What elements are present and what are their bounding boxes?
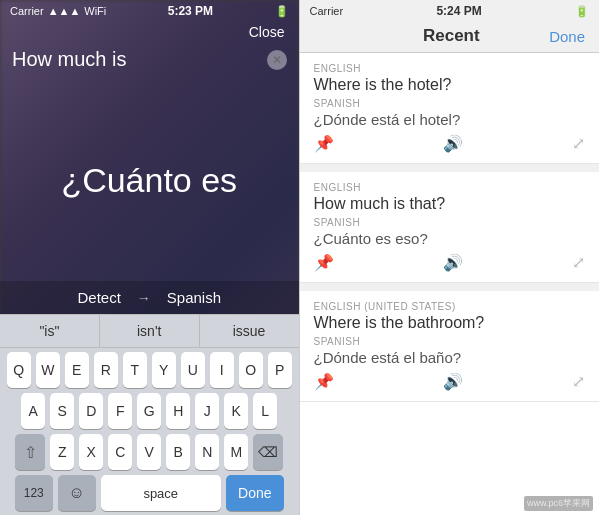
key-k[interactable]: K bbox=[224, 393, 248, 429]
key-o[interactable]: O bbox=[239, 352, 263, 388]
kb-row-4: 123 ☺ space Done bbox=[2, 475, 297, 511]
time-label-right: 5:24 PM bbox=[436, 4, 481, 18]
source-lang-label: ENGLISH bbox=[314, 182, 586, 193]
key-e[interactable]: E bbox=[65, 352, 89, 388]
source-text: Where is the bathroom? bbox=[314, 314, 586, 332]
audio-icon[interactable]: 🔊 bbox=[443, 134, 463, 153]
key-w[interactable]: W bbox=[36, 352, 60, 388]
source-language-button[interactable]: Detect bbox=[77, 289, 120, 306]
battery-icon: 🔋 bbox=[275, 5, 289, 18]
source-text: Where is the hotel? bbox=[314, 76, 586, 94]
kb-row-1: Q W E R T Y U I O P bbox=[2, 352, 297, 388]
signal-icon: ▲▲▲ bbox=[48, 5, 81, 17]
target-language-button[interactable]: Spanish bbox=[167, 289, 221, 306]
source-text: How much is that? bbox=[314, 195, 586, 213]
key-m[interactable]: M bbox=[224, 434, 248, 470]
clear-button[interactable]: ✕ bbox=[267, 50, 287, 70]
suggestion-label: isn't bbox=[137, 323, 161, 339]
time-label-left: 5:23 PM bbox=[168, 4, 213, 18]
section-divider bbox=[300, 283, 600, 291]
wifi-icon: WiFi bbox=[84, 5, 106, 17]
carrier-label-right: Carrier bbox=[310, 5, 344, 17]
watermark: www.pc6苹果网 bbox=[524, 496, 593, 511]
language-arrow: → bbox=[137, 290, 151, 306]
suggestion-is[interactable]: "is" bbox=[0, 315, 100, 347]
expand-icon[interactable]: ⤢ bbox=[572, 372, 585, 391]
input-area: How much is ✕ bbox=[0, 40, 299, 79]
key-y[interactable]: Y bbox=[152, 352, 176, 388]
key-v[interactable]: V bbox=[137, 434, 161, 470]
status-bar-right: Carrier 5:24 PM 🔋 bbox=[300, 0, 600, 20]
expand-icon[interactable]: ⤢ bbox=[572, 253, 585, 272]
key-x[interactable]: X bbox=[79, 434, 103, 470]
section-divider bbox=[300, 164, 600, 172]
suggestion-isnt[interactable]: isn't bbox=[100, 315, 200, 347]
translation-display: ¿Cuánto es bbox=[0, 79, 299, 281]
carrier-label: Carrier bbox=[10, 5, 44, 17]
suggestions-bar: "is" isn't issue bbox=[0, 314, 299, 348]
key-a[interactable]: A bbox=[21, 393, 45, 429]
right-header: Recent Done bbox=[300, 20, 600, 53]
shift-key[interactable]: ⇧ bbox=[15, 434, 45, 470]
kb-row-2: A S D F G H J K L bbox=[2, 393, 297, 429]
key-f[interactable]: F bbox=[108, 393, 132, 429]
key-c[interactable]: C bbox=[108, 434, 132, 470]
key-b[interactable]: B bbox=[166, 434, 190, 470]
target-lang-label: SPANISH bbox=[314, 336, 586, 347]
target-lang-label: SPANISH bbox=[314, 98, 586, 109]
input-display: How much is bbox=[12, 48, 259, 71]
space-key[interactable]: space bbox=[101, 475, 221, 511]
item-actions: 📌 🔊 ⤢ bbox=[314, 372, 586, 391]
key-t[interactable]: T bbox=[123, 352, 147, 388]
key-u[interactable]: U bbox=[181, 352, 205, 388]
done-button[interactable]: Done bbox=[549, 28, 585, 45]
num-key[interactable]: 123 bbox=[15, 475, 53, 511]
list-item: ENGLISH (UNITED STATES) Where is the bat… bbox=[300, 291, 600, 402]
audio-icon[interactable]: 🔊 bbox=[443, 253, 463, 272]
suggestion-label: "is" bbox=[39, 323, 59, 339]
key-l[interactable]: L bbox=[253, 393, 277, 429]
source-lang-label: ENGLISH (UNITED STATES) bbox=[314, 301, 586, 312]
key-z[interactable]: Z bbox=[50, 434, 74, 470]
key-i[interactable]: I bbox=[210, 352, 234, 388]
expand-icon[interactable]: ⤢ bbox=[572, 134, 585, 153]
key-p[interactable]: P bbox=[268, 352, 292, 388]
source-lang-label: ENGLISH bbox=[314, 63, 586, 74]
status-left-info: Carrier ▲▲▲ WiFi bbox=[10, 5, 106, 17]
key-r[interactable]: R bbox=[94, 352, 118, 388]
suggestion-issue[interactable]: issue bbox=[200, 315, 299, 347]
suggestion-label: issue bbox=[233, 323, 266, 339]
key-g[interactable]: G bbox=[137, 393, 161, 429]
target-text: ¿Dónde está el baño? bbox=[314, 349, 586, 366]
language-bar: Detect → Spanish bbox=[0, 281, 299, 314]
battery-area: 🔋 bbox=[275, 5, 289, 18]
left-panel: Carrier ▲▲▲ WiFi 5:23 PM 🔋 Close How muc… bbox=[0, 0, 299, 515]
key-q[interactable]: Q bbox=[7, 352, 31, 388]
recent-title: Recent bbox=[354, 26, 550, 46]
left-content: Carrier ▲▲▲ WiFi 5:23 PM 🔋 Close How muc… bbox=[0, 0, 299, 515]
target-lang-label: SPANISH bbox=[314, 217, 586, 228]
kb-row-3: ⇧ Z X C V B N M ⌫ bbox=[2, 434, 297, 470]
battery-right: 🔋 bbox=[575, 5, 589, 18]
done-key[interactable]: Done bbox=[226, 475, 284, 511]
item-actions: 📌 🔊 ⤢ bbox=[314, 134, 586, 153]
pin-icon[interactable]: 📌 bbox=[314, 134, 334, 153]
pin-icon[interactable]: 📌 bbox=[314, 253, 334, 272]
target-text: ¿Cuánto es eso? bbox=[314, 230, 586, 247]
close-button[interactable]: Close bbox=[0, 20, 299, 40]
list-item: ENGLISH Where is the hotel? SPANISH ¿Dón… bbox=[300, 53, 600, 164]
key-d[interactable]: D bbox=[79, 393, 103, 429]
item-actions: 📌 🔊 ⤢ bbox=[314, 253, 586, 272]
delete-key[interactable]: ⌫ bbox=[253, 434, 283, 470]
recent-list: ENGLISH Where is the hotel? SPANISH ¿Dón… bbox=[300, 53, 600, 515]
translated-text: ¿Cuánto es bbox=[61, 161, 237, 200]
pin-icon[interactable]: 📌 bbox=[314, 372, 334, 391]
target-text: ¿Dónde está el hotel? bbox=[314, 111, 586, 128]
key-s[interactable]: S bbox=[50, 393, 74, 429]
key-n[interactable]: N bbox=[195, 434, 219, 470]
emoji-key[interactable]: ☺ bbox=[58, 475, 96, 511]
key-h[interactable]: H bbox=[166, 393, 190, 429]
status-bar-left: Carrier ▲▲▲ WiFi 5:23 PM 🔋 bbox=[0, 0, 299, 20]
audio-icon[interactable]: 🔊 bbox=[443, 372, 463, 391]
key-j[interactable]: J bbox=[195, 393, 219, 429]
